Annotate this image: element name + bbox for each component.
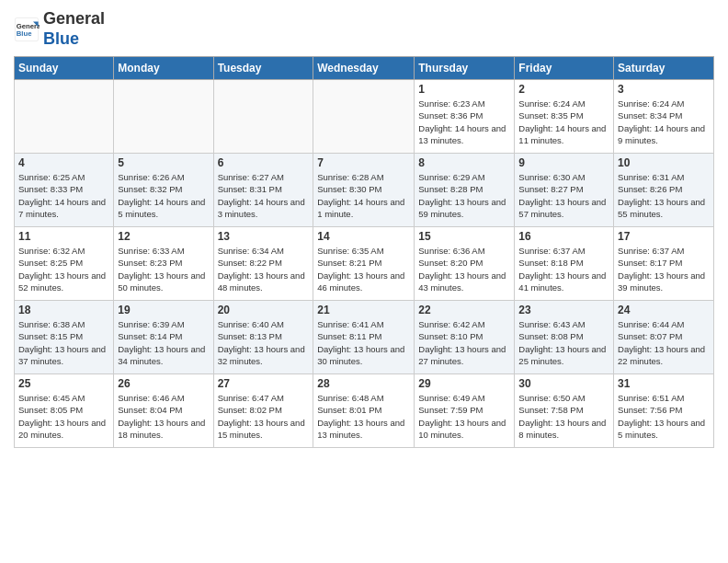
day-info: Sunrise: 6:29 AM Sunset: 8:28 PM Dayligh… bbox=[418, 171, 510, 220]
header: General Blue General Blue bbox=[14, 9, 714, 49]
day-number: 19 bbox=[118, 304, 209, 316]
calendar-week-row: 4Sunrise: 6:25 AM Sunset: 8:33 PM Daylig… bbox=[15, 154, 714, 227]
calendar-cell: 10Sunrise: 6:31 AM Sunset: 8:26 PM Dayli… bbox=[614, 154, 714, 227]
day-info: Sunrise: 6:44 AM Sunset: 8:07 PM Dayligh… bbox=[618, 318, 710, 367]
calendar-cell: 7Sunrise: 6:28 AM Sunset: 8:30 PM Daylig… bbox=[313, 154, 415, 227]
calendar-week-row: 18Sunrise: 6:38 AM Sunset: 8:15 PM Dayli… bbox=[15, 301, 714, 374]
day-info: Sunrise: 6:25 AM Sunset: 8:33 PM Dayligh… bbox=[18, 171, 109, 220]
day-info: Sunrise: 6:38 AM Sunset: 8:15 PM Dayligh… bbox=[18, 318, 109, 367]
day-number: 14 bbox=[317, 230, 410, 243]
calendar-cell: 21Sunrise: 6:41 AM Sunset: 8:11 PM Dayli… bbox=[313, 301, 415, 374]
day-number: 30 bbox=[518, 377, 609, 390]
day-number: 10 bbox=[618, 156, 710, 169]
calendar-cell bbox=[114, 80, 213, 154]
calendar-cell: 26Sunrise: 6:46 AM Sunset: 8:04 PM Dayli… bbox=[114, 374, 213, 448]
weekday-header-cell: Friday bbox=[515, 57, 614, 80]
day-number: 13 bbox=[218, 230, 310, 243]
day-number: 17 bbox=[618, 230, 710, 243]
calendar-cell: 5Sunrise: 6:26 AM Sunset: 8:32 PM Daylig… bbox=[114, 154, 213, 227]
logo-text: General Blue bbox=[43, 9, 105, 49]
day-info: Sunrise: 6:32 AM Sunset: 8:25 PM Dayligh… bbox=[18, 245, 109, 293]
calendar-cell: 19Sunrise: 6:39 AM Sunset: 8:14 PM Dayli… bbox=[114, 301, 213, 374]
day-info: Sunrise: 6:31 AM Sunset: 8:26 PM Dayligh… bbox=[618, 171, 710, 220]
day-info: Sunrise: 6:24 AM Sunset: 8:34 PM Dayligh… bbox=[618, 98, 710, 146]
day-number: 15 bbox=[418, 230, 510, 243]
day-number: 3 bbox=[618, 83, 710, 96]
calendar-cell: 18Sunrise: 6:38 AM Sunset: 8:15 PM Dayli… bbox=[15, 301, 114, 374]
day-number: 1 bbox=[418, 83, 510, 96]
calendar-table: SundayMondayTuesdayWednesdayThursdayFrid… bbox=[14, 56, 714, 448]
day-info: Sunrise: 6:41 AM Sunset: 8:11 PM Dayligh… bbox=[317, 318, 410, 367]
day-info: Sunrise: 6:23 AM Sunset: 8:36 PM Dayligh… bbox=[418, 98, 510, 146]
day-info: Sunrise: 6:34 AM Sunset: 8:22 PM Dayligh… bbox=[218, 245, 310, 293]
day-number: 7 bbox=[317, 156, 410, 169]
calendar-cell bbox=[213, 80, 313, 154]
day-info: Sunrise: 6:42 AM Sunset: 8:10 PM Dayligh… bbox=[418, 318, 510, 367]
day-info: Sunrise: 6:48 AM Sunset: 8:01 PM Dayligh… bbox=[317, 392, 410, 441]
calendar-cell: 12Sunrise: 6:33 AM Sunset: 8:23 PM Dayli… bbox=[114, 227, 213, 301]
day-info: Sunrise: 6:46 AM Sunset: 8:04 PM Dayligh… bbox=[118, 392, 209, 441]
weekday-header-cell: Tuesday bbox=[213, 57, 313, 80]
weekday-header-cell: Sunday bbox=[15, 57, 114, 80]
calendar-cell: 30Sunrise: 6:50 AM Sunset: 7:58 PM Dayli… bbox=[515, 374, 614, 448]
calendar-cell: 9Sunrise: 6:30 AM Sunset: 8:27 PM Daylig… bbox=[515, 154, 614, 227]
calendar-cell: 27Sunrise: 6:47 AM Sunset: 8:02 PM Dayli… bbox=[213, 374, 313, 448]
calendar-cell: 29Sunrise: 6:49 AM Sunset: 7:59 PM Dayli… bbox=[415, 374, 515, 448]
day-number: 2 bbox=[518, 83, 609, 96]
weekday-header-cell: Wednesday bbox=[313, 57, 415, 80]
day-number: 23 bbox=[518, 304, 609, 316]
calendar-cell: 11Sunrise: 6:32 AM Sunset: 8:25 PM Dayli… bbox=[15, 227, 114, 301]
day-info: Sunrise: 6:35 AM Sunset: 8:21 PM Dayligh… bbox=[317, 245, 410, 293]
weekday-header-row: SundayMondayTuesdayWednesdayThursdayFrid… bbox=[15, 57, 714, 80]
day-info: Sunrise: 6:30 AM Sunset: 8:27 PM Dayligh… bbox=[518, 171, 609, 220]
day-number: 9 bbox=[518, 156, 609, 169]
calendar-cell: 22Sunrise: 6:42 AM Sunset: 8:10 PM Dayli… bbox=[415, 301, 515, 374]
day-info: Sunrise: 6:36 AM Sunset: 8:20 PM Dayligh… bbox=[418, 245, 510, 293]
calendar-cell bbox=[313, 80, 415, 154]
day-number: 28 bbox=[317, 377, 410, 390]
day-info: Sunrise: 6:37 AM Sunset: 8:17 PM Dayligh… bbox=[618, 245, 710, 293]
day-info: Sunrise: 6:50 AM Sunset: 7:58 PM Dayligh… bbox=[518, 392, 609, 441]
calendar-cell: 23Sunrise: 6:43 AM Sunset: 8:08 PM Dayli… bbox=[515, 301, 614, 374]
day-info: Sunrise: 6:28 AM Sunset: 8:30 PM Dayligh… bbox=[317, 171, 410, 220]
svg-text:Blue: Blue bbox=[17, 29, 32, 38]
day-info: Sunrise: 6:39 AM Sunset: 8:14 PM Dayligh… bbox=[118, 318, 209, 367]
calendar-week-row: 25Sunrise: 6:45 AM Sunset: 8:05 PM Dayli… bbox=[15, 374, 714, 448]
day-number: 24 bbox=[618, 304, 710, 316]
day-number: 18 bbox=[18, 304, 109, 316]
calendar-cell: 1Sunrise: 6:23 AM Sunset: 8:36 PM Daylig… bbox=[415, 80, 515, 154]
calendar-cell: 17Sunrise: 6:37 AM Sunset: 8:17 PM Dayli… bbox=[614, 227, 714, 301]
weekday-header-cell: Saturday bbox=[614, 57, 714, 80]
day-number: 22 bbox=[418, 304, 510, 316]
day-info: Sunrise: 6:40 AM Sunset: 8:13 PM Dayligh… bbox=[218, 318, 310, 367]
day-number: 11 bbox=[18, 230, 109, 243]
day-info: Sunrise: 6:51 AM Sunset: 7:56 PM Dayligh… bbox=[618, 392, 710, 441]
day-info: Sunrise: 6:43 AM Sunset: 8:08 PM Dayligh… bbox=[518, 318, 609, 367]
day-number: 31 bbox=[618, 377, 710, 390]
day-number: 27 bbox=[218, 377, 310, 390]
day-info: Sunrise: 6:45 AM Sunset: 8:05 PM Dayligh… bbox=[18, 392, 109, 441]
calendar-cell: 28Sunrise: 6:48 AM Sunset: 8:01 PM Dayli… bbox=[313, 374, 415, 448]
day-number: 26 bbox=[118, 377, 209, 390]
day-number: 5 bbox=[118, 156, 209, 169]
day-info: Sunrise: 6:47 AM Sunset: 8:02 PM Dayligh… bbox=[218, 392, 310, 441]
day-number: 8 bbox=[418, 156, 510, 169]
calendar-week-row: 1Sunrise: 6:23 AM Sunset: 8:36 PM Daylig… bbox=[15, 80, 714, 154]
day-number: 16 bbox=[518, 230, 609, 243]
day-info: Sunrise: 6:24 AM Sunset: 8:35 PM Dayligh… bbox=[518, 98, 609, 146]
calendar-cell: 3Sunrise: 6:24 AM Sunset: 8:34 PM Daylig… bbox=[614, 80, 714, 154]
calendar-cell: 8Sunrise: 6:29 AM Sunset: 8:28 PM Daylig… bbox=[415, 154, 515, 227]
logo: General Blue General Blue bbox=[14, 9, 105, 49]
day-number: 21 bbox=[317, 304, 410, 316]
calendar-cell: 6Sunrise: 6:27 AM Sunset: 8:31 PM Daylig… bbox=[213, 154, 313, 227]
day-number: 29 bbox=[418, 377, 510, 390]
calendar-cell: 31Sunrise: 6:51 AM Sunset: 7:56 PM Dayli… bbox=[614, 374, 714, 448]
weekday-header-cell: Thursday bbox=[415, 57, 515, 80]
day-number: 25 bbox=[18, 377, 109, 390]
weekday-header-cell: Monday bbox=[114, 57, 213, 80]
calendar-cell: 13Sunrise: 6:34 AM Sunset: 8:22 PM Dayli… bbox=[213, 227, 313, 301]
calendar-week-row: 11Sunrise: 6:32 AM Sunset: 8:25 PM Dayli… bbox=[15, 227, 714, 301]
calendar-cell: 20Sunrise: 6:40 AM Sunset: 8:13 PM Dayli… bbox=[213, 301, 313, 374]
day-info: Sunrise: 6:27 AM Sunset: 8:31 PM Dayligh… bbox=[218, 171, 310, 220]
day-number: 20 bbox=[218, 304, 310, 316]
